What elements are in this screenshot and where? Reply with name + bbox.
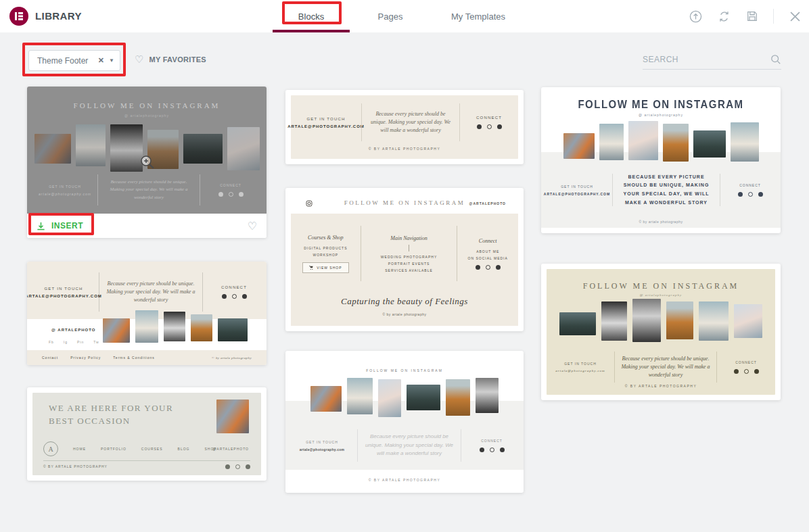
tab-blocks[interactable]: Blocks (273, 0, 350, 32)
insert-download-icon (37, 222, 45, 231)
instagram-icon (744, 369, 749, 374)
preview-title: FOLLOW ME ON INSTAGRAM (27, 101, 267, 110)
insert-label: INSERT (51, 221, 83, 231)
copyright: © BY ARTALE PHOTOGRAPHY (285, 478, 524, 482)
chevron-down-icon: ▼ (109, 57, 114, 64)
pinterest-icon (242, 294, 247, 299)
heart-icon: ♡ (135, 54, 143, 64)
facebook-icon (476, 265, 480, 270)
footer-link[interactable]: Contact (42, 356, 58, 360)
preview-title: FOLLOW ME ON INSTAGRAM (547, 281, 775, 291)
facebook-icon (222, 294, 227, 299)
copyright: © by artale photography (541, 220, 781, 224)
preview-handle: @ARTALEPHOTO (212, 447, 249, 451)
template-card[interactable]: GET IN TOUCH ARTALE@PHOTOGRAPHY.COM Beca… (27, 262, 267, 365)
modal-title: LIBRARY (35, 10, 82, 22)
template-card[interactable]: FOLLOW ME ON INSTAGRAM GET IN TOUCH arta… (285, 351, 524, 493)
preview-handle: @ artalephotography (547, 293, 775, 297)
search-icon (770, 54, 781, 65)
pinterest-icon (246, 464, 250, 469)
cart-icon (309, 266, 313, 270)
footer-tagline: Capturing the beauty of Feelings (291, 296, 518, 307)
template-card[interactable]: FOLLOW ME ON INSTAGRAM @ artalephotograp… (541, 264, 781, 400)
instagram-photos (285, 378, 524, 417)
copyright: © BY ARTALE PHOTOGRAPHY (547, 384, 775, 388)
pinterest-icon (496, 265, 501, 270)
template-card[interactable]: GET IN TOUCH ARTALE@PHOTOGRAPHY.COM Beca… (285, 90, 524, 164)
clear-filter-icon[interactable]: ✕ (98, 56, 104, 65)
category-filter-value: Theme Footer (37, 56, 98, 66)
footer-link[interactable]: Terms & Conditions (113, 356, 154, 360)
preview-handle: @ artalephotography (541, 113, 781, 117)
facebook-icon (734, 369, 739, 374)
copyright: © by artale photography (212, 356, 252, 360)
template-card[interactable]: FOLLOW ME ON INSTAGRAM @ artalephotograp… (27, 87, 267, 238)
brand-monogram: A (43, 441, 58, 456)
instagram-photos (103, 310, 248, 343)
my-favorites-toggle[interactable]: ♡ MY FAVORITES (135, 54, 206, 64)
instagram-photos (547, 301, 775, 342)
favorite-heart-icon[interactable]: ♡ (248, 220, 257, 233)
elementor-library-modal: LIBRARY Blocks Pages My Templates Theme … (0, 0, 809, 532)
facebook-icon (477, 124, 482, 129)
instagram-icon (235, 464, 240, 469)
insert-button[interactable]: INSERT (37, 221, 83, 231)
instagram-icon (486, 265, 490, 270)
pinterest-icon (754, 369, 759, 374)
zoom-preview-icon[interactable] (139, 154, 156, 173)
modal-header: LIBRARY Blocks Pages My Templates (0, 0, 809, 32)
facebook-icon (738, 192, 743, 197)
footer-heading: BEST OCCASION (49, 415, 173, 428)
view-shop-button[interactable]: VIEW SHOP (302, 262, 348, 273)
card-action-bar: INSERT ♡ (27, 214, 267, 238)
tab-pages[interactable]: Pages (350, 0, 431, 32)
copyright: © BY ARTALE PHOTOGRAPHY (291, 147, 518, 151)
instagram-icon (748, 192, 753, 197)
facebook-icon (480, 448, 484, 452)
preview-handle: @ artalephotography (27, 114, 267, 118)
instagram-icon (232, 294, 237, 299)
close-icon[interactable] (787, 9, 802, 24)
social-text-links: Fb Ig Pin Tw (49, 340, 99, 344)
footer-photo (216, 400, 249, 433)
category-filter-dropdown[interactable]: Theme Footer ✕ ▼ (28, 50, 120, 71)
pinterest-icon (497, 124, 502, 129)
preview-handle: @ ARTALEPHOTO (51, 328, 95, 332)
pinterest-icon (758, 192, 763, 197)
elementor-logo-icon (9, 7, 28, 26)
template-card[interactable]: FOLLOW ME ON INSTAGRAM @ARTALEPHOTO Cour… (285, 188, 524, 331)
search-input[interactable] (643, 55, 770, 64)
header-divider (773, 9, 774, 24)
preview-title: FOLLOW ME ON INSTAGRAM (541, 97, 781, 111)
facebook-icon (218, 192, 223, 197)
template-card[interactable]: FOLLOW ME ON INSTAGRAM @ artalephotograp… (541, 87, 781, 233)
sync-library-icon[interactable] (716, 9, 731, 24)
copyright: © by artale photography (291, 312, 518, 316)
import-template-icon[interactable] (688, 9, 703, 24)
library-tabs: Blocks Pages My Templates (273, 0, 526, 32)
preview-handle: @ARTALEPHOTO (469, 201, 506, 205)
facebook-icon (225, 464, 230, 469)
instagram-icon (229, 192, 233, 197)
template-preview[interactable]: FOLLOW ME ON INSTAGRAM @ artalephotograp… (27, 87, 267, 214)
pinterest-icon (500, 448, 505, 452)
instagram-icon (490, 448, 494, 452)
pinterest-icon (239, 192, 244, 197)
instagram-icon (487, 124, 492, 129)
tab-my-templates[interactable]: My Templates (431, 0, 526, 32)
footer-nav: HOME PORTFOLIO COURSES BLOG SHOP (73, 447, 208, 451)
footer-link[interactable]: Privacy Policy (70, 356, 101, 360)
my-favorites-label: MY FAVORITES (149, 55, 206, 64)
preview-footer-columns: GET IN TOUCH artale@photography.com Beca… (27, 173, 267, 207)
preview-title: FOLLOW ME ON INSTAGRAM (285, 368, 524, 372)
template-card[interactable]: WE ARE HERE FOR YOUR BEST OCCASION A HOM… (27, 387, 267, 481)
instagram-photos (541, 121, 781, 162)
footer-heading: WE ARE HERE FOR YOUR (49, 402, 173, 415)
save-template-icon[interactable] (745, 9, 760, 24)
copyright: © BY ARTALE PHOTOGRAPHY (43, 464, 108, 468)
search-box (643, 50, 781, 70)
